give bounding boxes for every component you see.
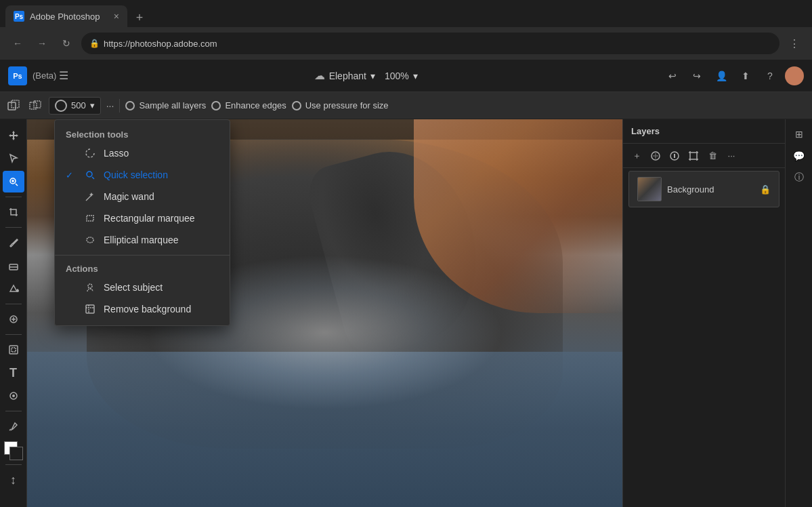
frame-tool-btn[interactable]: [3, 339, 24, 361]
remove-background-item[interactable]: Remove background: [55, 298, 230, 320]
nav-refresh-btn[interactable]: ↻: [57, 34, 76, 53]
more-options-btn[interactable]: ···: [106, 100, 114, 111]
pressure-label: Use pressure for size: [305, 100, 389, 110]
browser-nav: ← → ↻ 🔒 https://photoshop.adobe.com ⋮: [0, 27, 812, 60]
svg-point-12: [87, 237, 93, 243]
far-right-toolbar: ⊞ 💬 ⓘ: [785, 119, 812, 507]
new-tab-btn[interactable]: +: [130, 8, 149, 27]
background-color[interactable]: [9, 447, 23, 460]
quick-select-tool-btn[interactable]: [3, 171, 24, 192]
selection-subtract-icon[interactable]: [5, 98, 22, 114]
eraser-tool-btn[interactable]: [3, 255, 24, 277]
ps-main: T ↕: [0, 119, 812, 507]
layer-thumbnail: [637, 177, 662, 201]
select-subject-item[interactable]: Select subject: [55, 277, 230, 298]
brush-size-btn[interactable]: 500 ▾: [49, 97, 101, 115]
nav-back-btn[interactable]: ←: [8, 34, 27, 53]
elliptical-check: [66, 235, 77, 245]
adjustment-btn[interactable]: [666, 148, 683, 164]
comments-btn[interactable]: 💬: [790, 146, 809, 165]
undo-btn[interactable]: ↩: [663, 66, 682, 85]
lasso-icon: [83, 146, 97, 160]
magic-wand-item[interactable]: Magic wand: [55, 186, 230, 207]
toolbar-separator-4: [5, 334, 22, 335]
heal-tool-btn[interactable]: [3, 308, 24, 330]
cloud-icon: ☁: [314, 69, 325, 82]
url-bar[interactable]: 🔒 https://photoshop.adobe.com: [81, 33, 779, 54]
titlebar-actions: ↩ ↪ 👤 ⬆ ?: [663, 66, 804, 85]
ps-favicon: Ps: [14, 11, 24, 22]
remove-bg-check: [66, 304, 77, 315]
browser-tab[interactable]: Ps Adobe Photoshop ×: [5, 5, 127, 27]
quick-selection-item[interactable]: ✓ Quick selection: [55, 164, 230, 186]
browser-menu-btn[interactable]: ⋮: [785, 34, 804, 53]
fill-tool-btn[interactable]: [3, 278, 24, 300]
move-tool-btn[interactable]: [3, 125, 24, 146]
text-tool-btn[interactable]: T: [3, 362, 24, 384]
ps-titlebar: Ps (Beta) ☰ ☁ Elephant ▾ 100% ▾ ↩ ↪ 👤 ⬆ …: [0, 60, 812, 92]
svg-point-13: [88, 284, 92, 288]
nav-forward-btn[interactable]: →: [33, 34, 51, 53]
toggle-circle-3: [292, 101, 301, 110]
toolbar-separator-5: [5, 411, 22, 411]
elliptical-marquee-item[interactable]: Elliptical marquee: [55, 229, 230, 251]
eyedropper-tool-btn[interactable]: [3, 415, 24, 437]
layer-lock-icon[interactable]: 🔒: [760, 184, 771, 195]
magic-wand-check: [66, 192, 77, 202]
enhance-edges-toggle[interactable]: Enhance edges: [211, 100, 286, 110]
remove-background-label: Remove background: [104, 304, 191, 315]
color-swatches[interactable]: [4, 441, 23, 460]
share-btn[interactable]: ⬆: [736, 66, 755, 85]
sample-all-layers-toggle[interactable]: Sample all layers: [125, 100, 206, 110]
selection-tools-dropdown: Selection tools Lasso ✓ Quick selection: [54, 119, 230, 326]
svg-rect-14: [86, 305, 94, 313]
lasso-tool-item[interactable]: Lasso: [55, 142, 230, 164]
sample-all-label: Sample all layers: [139, 100, 206, 110]
help-btn[interactable]: ?: [761, 66, 779, 85]
tab-close-btn[interactable]: ×: [114, 11, 119, 22]
zoom-tool-btn[interactable]: ↕: [3, 469, 24, 491]
brush-tool-btn[interactable]: [3, 232, 24, 254]
profile-btn[interactable]: 👤: [712, 66, 731, 85]
select-subject-icon: [83, 281, 97, 294]
toggle-circle-1: [125, 101, 135, 110]
avatar[interactable]: [785, 66, 804, 85]
add-layer-btn[interactable]: ＋: [628, 148, 645, 164]
more-layers-btn[interactable]: ···: [723, 148, 740, 164]
layers-title: Layers: [631, 126, 777, 136]
lasso-check: [66, 148, 77, 159]
layer-thumb-preview: [638, 178, 661, 201]
lock-icon: 🔒: [89, 39, 100, 48]
elliptical-marquee-icon: [83, 233, 97, 247]
canvas-area[interactable]: Selection tools Lasso ✓ Quick selection: [27, 119, 622, 507]
zoom-chevron[interactable]: ▾: [413, 70, 418, 81]
crop-tool-btn[interactable]: [3, 201, 24, 223]
elliptical-marquee-label: Elliptical marquee: [104, 235, 179, 245]
doc-name-chevron[interactable]: ▾: [370, 70, 375, 81]
selection-add-icon[interactable]: [27, 98, 43, 114]
pressure-toggle[interactable]: Use pressure for size: [292, 100, 389, 110]
selection-tools-section-title: Selection tools: [55, 125, 230, 142]
ps-app: Ps (Beta) ☰ ☁ Elephant ▾ 100% ▾ ↩ ↪ 👤 ⬆ …: [0, 60, 812, 507]
options-bar: 500 ▾ ··· Sample all layers Enhance edge…: [0, 92, 812, 119]
context-panel-btn[interactable]: ⊞: [790, 125, 809, 144]
background-layer-item[interactable]: Background 🔒: [628, 171, 779, 207]
tab-title: Adobe Photoshop: [30, 12, 108, 22]
redo-btn[interactable]: ↪: [687, 66, 706, 85]
select-tool-btn[interactable]: [3, 148, 24, 169]
mask-btn[interactable]: [647, 148, 664, 164]
hamburger-icon[interactable]: ☰: [59, 69, 68, 82]
info-btn[interactable]: ⓘ: [790, 168, 809, 187]
artboard-btn[interactable]: [685, 148, 702, 164]
rectangular-marquee-item[interactable]: Rectangular marquee: [55, 207, 230, 229]
delete-layer-btn[interactable]: 🗑: [704, 148, 721, 164]
magic-wand-label: Magic wand: [104, 191, 154, 202]
quick-selection-label: Quick selection: [104, 169, 168, 180]
size-value: 500: [71, 100, 86, 110]
ps-logo: Ps: [8, 66, 27, 85]
svg-rect-17: [690, 153, 697, 159]
brush-preview: [55, 100, 67, 112]
remove-background-icon: [83, 302, 97, 316]
shape-tool-btn[interactable]: [3, 385, 24, 407]
select-subject-check: [66, 283, 77, 293]
